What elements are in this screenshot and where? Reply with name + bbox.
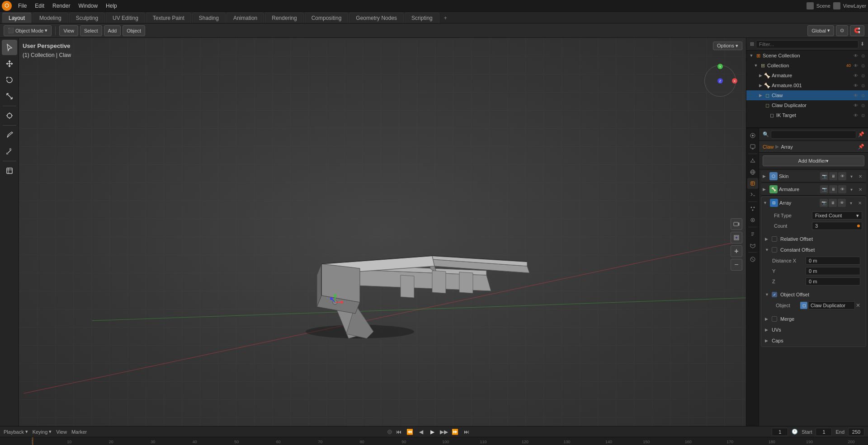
end-frame-input[interactable]: [848, 428, 864, 436]
prop-scene-icon[interactable]: [747, 155, 758, 166]
tab-geometry-nodes[interactable]: Geometry Nodes: [349, 13, 404, 23]
tab-sculpting[interactable]: Sculpting: [69, 13, 105, 23]
tab-texture-paint[interactable]: Texture Paint: [146, 13, 191, 23]
skin-viewport-btn[interactable]: 👁: [838, 172, 846, 180]
breadcrumb-pin-icon[interactable]: 📌: [858, 144, 864, 150]
prop-modifier-icon[interactable]: [747, 189, 758, 200]
tool-add-cube[interactable]: [2, 163, 17, 178]
tool-annotate[interactable]: [2, 127, 17, 143]
tool-transform[interactable]: [2, 108, 17, 123]
options-button[interactable]: Options ▾: [713, 42, 742, 50]
prop-data-icon[interactable]: [747, 240, 758, 251]
tree-armature[interactable]: ▶ 🦴 Armature 👁 ⊙: [746, 70, 868, 80]
render-region-btn[interactable]: [731, 232, 742, 244]
const-offset-check[interactable]: [772, 247, 777, 253]
current-frame-input[interactable]: [772, 428, 788, 436]
object-menu[interactable]: Object: [123, 25, 145, 36]
proportional-edit-btn[interactable]: ⊙: [836, 25, 848, 36]
modifier-skin-header[interactable]: ▶ ⬡ Skin 📷 🖥 👁 ▾ ✕: [761, 170, 866, 182]
armature001-hide-btn[interactable]: 👁: [853, 82, 859, 89]
breadcrumb-object[interactable]: Claw: [763, 144, 774, 150]
select-menu[interactable]: Select: [80, 25, 102, 36]
skin-more-btn[interactable]: ▾: [847, 172, 855, 180]
global-selector[interactable]: Global ▾: [807, 25, 834, 36]
scene-collection-render-btn[interactable]: ⊙: [860, 52, 866, 59]
step-back-btn[interactable]: ◀: [416, 428, 426, 436]
fit-type-dropdown[interactable]: Fixed Count ▾: [812, 211, 862, 220]
claw-dup-hide-btn[interactable]: 👁: [853, 102, 859, 108]
distance-y-input[interactable]: 0 m: [806, 267, 860, 275]
armature-hide-btn[interactable]: 👁: [853, 72, 859, 79]
object-offset-header[interactable]: ▼ ✓ Object Offset: [763, 290, 864, 300]
claw-hide-btn[interactable]: 👁: [853, 92, 859, 98]
next-keyframe-btn[interactable]: ⏩: [450, 428, 460, 436]
viewport-options-btn[interactable]: Options ▾: [713, 42, 742, 50]
viewport-zoom-out[interactable]: −: [731, 259, 742, 271]
step-forward-btn[interactable]: ▶▶: [439, 428, 449, 436]
tree-claw-duplicator[interactable]: ▶ ◻ Claw Duplicator 👁 ⊙: [746, 100, 868, 110]
properties-search-input[interactable]: [771, 131, 856, 139]
arm-close-btn[interactable]: ✕: [856, 185, 864, 193]
prop-output-icon[interactable]: [747, 141, 758, 152]
armature001-render-btn[interactable]: ⊙: [860, 82, 866, 89]
blender-logo[interactable]: ⬡: [2, 1, 12, 11]
rel-offset-check[interactable]: [772, 236, 777, 242]
jump-start-btn[interactable]: ⏮: [394, 428, 404, 436]
tool-move[interactable]: [2, 56, 17, 71]
object-value-input[interactable]: Claw Duplicator: [808, 301, 855, 309]
count-input[interactable]: 3: [812, 222, 862, 230]
collection-render-btn[interactable]: ⊙: [860, 62, 866, 69]
collection-item[interactable]: ▼ ⊞ Collection 40 👁 ⊙: [746, 61, 868, 70]
camera-view-btn[interactable]: [731, 218, 742, 230]
menu-help[interactable]: Help: [102, 2, 121, 10]
skin-render-btn[interactable]: 🖥: [829, 172, 837, 180]
prop-material-icon[interactable]: [747, 254, 758, 265]
view-menu[interactable]: View: [56, 429, 67, 435]
modifier-array-header[interactable]: ▼ ⊟ Array 📷 🖥 👁 ▾ ✕: [761, 197, 866, 209]
arr-close-btn[interactable]: ✕: [856, 199, 864, 207]
tree-claw[interactable]: ▶ ◻ Claw 👁 ⊙: [746, 90, 868, 100]
scene-name[interactable]: Scene: [816, 3, 830, 9]
scene-collection-item[interactable]: ▼ ⊞ Scene Collection 👁 ⊙: [746, 51, 868, 61]
tree-ik-target[interactable]: ▶ ◻ IK Target 👁 ⊙: [746, 110, 868, 120]
tab-compositing[interactable]: Compositing: [305, 13, 349, 23]
keying-menu[interactable]: Keying ▾: [33, 429, 52, 435]
menu-window[interactable]: Window: [75, 2, 101, 10]
tool-cursor[interactable]: [2, 40, 17, 55]
prop-object-icon[interactable]: [747, 178, 758, 189]
play-btn[interactable]: ▶: [428, 428, 438, 436]
viewport-3d[interactable]: User Perspective (1) Collection | Claw X…: [19, 38, 746, 426]
tab-modeling[interactable]: Modeling: [33, 13, 68, 23]
collection-hide-btn[interactable]: 👁: [853, 62, 859, 69]
arr-render-btn[interactable]: 🖥: [829, 199, 837, 207]
outliner-search-input[interactable]: [756, 40, 859, 48]
mode-selector[interactable]: ⬛ Object Mode ▾: [4, 25, 52, 36]
navigation-gizmo[interactable]: X Y Z: [704, 65, 741, 101]
outliner-filter-icon[interactable]: ⬇: [860, 41, 864, 47]
arm-more-btn[interactable]: ▾: [847, 185, 855, 193]
skin-close-btn[interactable]: ✕: [856, 172, 864, 180]
menu-edit[interactable]: Edit: [31, 2, 48, 10]
start-frame-input[interactable]: [816, 428, 832, 436]
viewport-zoom-in[interactable]: +: [731, 245, 742, 257]
caps-header[interactable]: ▶ Caps: [763, 336, 864, 346]
tab-scripting[interactable]: Scripting: [405, 13, 439, 23]
prop-render-icon[interactable]: [747, 130, 758, 141]
arr-viewport-btn[interactable]: 👁: [838, 199, 846, 207]
prop-constraints-icon[interactable]: [747, 229, 758, 239]
add-menu[interactable]: Add: [104, 25, 121, 36]
armature-render-btn[interactable]: ⊙: [860, 72, 866, 79]
uvs-header[interactable]: ▶ UVs: [763, 325, 864, 335]
constant-offset-header[interactable]: ▼ Constant Offset: [763, 245, 864, 255]
prop-physics-icon[interactable]: [747, 215, 758, 225]
ik-target-render-btn[interactable]: ⊙: [860, 112, 866, 118]
jump-end-btn[interactable]: ⏭: [462, 428, 472, 436]
relative-offset-header[interactable]: ▶ Relative Offset: [763, 234, 864, 244]
add-workspace-tab[interactable]: +: [440, 13, 451, 23]
tool-scale[interactable]: [2, 89, 17, 104]
gizmo-z-axis[interactable]: Z: [717, 78, 723, 84]
playback-menu[interactable]: Playback ▾: [4, 429, 28, 435]
ruler-marks-container[interactable]: 1 10 20 30 40 50 60 70 80 90 100 110 120…: [32, 437, 868, 445]
obj-offset-check[interactable]: ✓: [772, 292, 777, 297]
gizmo-circle[interactable]: X Y Z: [704, 65, 736, 97]
